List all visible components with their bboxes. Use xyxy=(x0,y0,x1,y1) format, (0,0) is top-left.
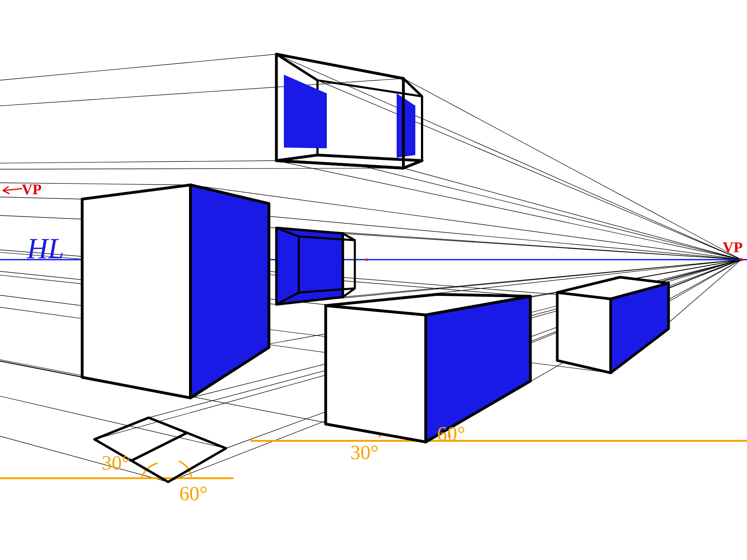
perspective-diagram xyxy=(0,0,747,560)
svg-line-21 xyxy=(343,260,741,297)
svg-line-2 xyxy=(0,78,403,106)
vp-left-label: VP xyxy=(22,180,41,198)
svg-marker-66 xyxy=(326,306,426,442)
svg-point-46 xyxy=(740,258,743,261)
svg-line-3 xyxy=(0,168,403,169)
svg-line-0 xyxy=(0,54,276,80)
angle-60-lower-left: 60° xyxy=(179,482,208,505)
angle-30-center: 30° xyxy=(350,441,379,464)
svg-marker-50 xyxy=(190,185,269,398)
angle-30-lower-left: 30° xyxy=(102,451,130,474)
svg-line-12 xyxy=(190,185,741,260)
svg-line-43 xyxy=(0,396,226,448)
svg-marker-67 xyxy=(426,296,530,442)
angle-60-center: 60° xyxy=(437,422,465,445)
svg-line-8 xyxy=(403,78,741,260)
svg-point-45 xyxy=(366,259,368,261)
svg-marker-61 xyxy=(397,93,415,158)
svg-line-20 xyxy=(343,233,741,260)
svg-line-7 xyxy=(317,155,741,260)
svg-marker-59 xyxy=(284,75,327,148)
vp-right-label: VP xyxy=(723,238,743,256)
svg-line-17 xyxy=(0,361,82,377)
svg-line-1 xyxy=(0,161,276,163)
svg-line-73 xyxy=(131,433,187,461)
svg-line-9 xyxy=(403,168,741,260)
svg-marker-69 xyxy=(557,293,611,373)
svg-line-6 xyxy=(317,80,741,260)
svg-line-5 xyxy=(276,161,741,260)
hl-label: HL xyxy=(27,232,64,265)
svg-marker-49 xyxy=(82,185,190,398)
